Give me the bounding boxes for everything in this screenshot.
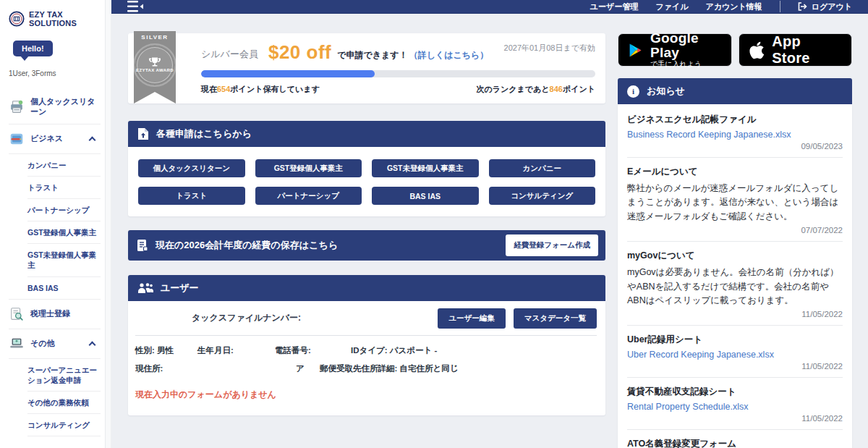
apply-button-partnership[interactable]: パートナーシップ	[255, 187, 362, 205]
sidebar-subitem-consulting[interactable]: コンサルティング	[0, 414, 105, 436]
trophy-icon	[148, 56, 162, 68]
news-list: ビジネスエクセル記帳ファイル Business Record Keeping J…	[618, 104, 852, 448]
hamburger-collapse-icon[interactable]	[127, 0, 145, 13]
sidebar-subitem-partnership[interactable]: パートナーシップ	[0, 199, 105, 221]
app-store-label: App Store	[772, 33, 842, 67]
topnav-logout[interactable]: ログアウト	[798, 1, 852, 12]
news-item-body: 弊社からのメールが迷惑メールフォルダに入ってしまうことがあります。返信が来ない、…	[627, 182, 843, 224]
google-play-badge[interactable]: Google Play で手に入れよう	[618, 33, 732, 67]
expense-document-icon	[137, 239, 148, 252]
google-play-text: Google Play で手に入れよう	[650, 31, 721, 69]
news-item-title: Uber記録用シート	[627, 334, 843, 346]
topnav-user-management[interactable]: ユーザー管理	[590, 1, 639, 12]
apply-button-gst-registered[interactable]: GST登録個人事業主	[255, 159, 362, 177]
divider	[135, 335, 597, 336]
google-play-icon	[628, 41, 643, 60]
sidebar-subitem-bas-ias[interactable]: BAS IAS	[0, 277, 105, 299]
apply-button-company[interactable]: カンパニー	[489, 159, 596, 177]
content: SILVER EZYTAX AWARD シルバー会員 $20 off で申請でき…	[111, 13, 868, 448]
apply-button-personal-tax[interactable]: 個人タックスリターン	[138, 159, 245, 177]
chevron-up-icon	[89, 136, 96, 143]
sidebar-item-tax-agent[interactable]: 税理士登録	[0, 300, 105, 329]
sidebar-item-others[interactable]: その他	[0, 329, 105, 358]
sidebar-subitem-superannuation[interactable]: スーパーアニュエーション返金申請	[0, 359, 105, 391]
progress-fill	[201, 70, 375, 77]
tfn-row: タックスファイルナンバー: ユーザー編集 マスタデータ一覧	[135, 301, 597, 335]
gender-field: 性別: 男性	[135, 345, 197, 356]
news-item-link[interactable]: Uber Record Keeping Japanese.xlsx	[627, 350, 843, 360]
sidebar-item-business[interactable]: ビジネス	[0, 124, 105, 153]
logout-icon	[798, 2, 807, 11]
tier-ribbon-label: SILVER	[134, 34, 176, 41]
sidebar-subitem-label: BAS IAS	[27, 283, 99, 293]
news-item: Eメールについて 弊社からのメールが迷惑メールフォルダに入ってしまうことがありま…	[627, 158, 843, 242]
user-stats: 1User, 3Forms	[0, 56, 105, 77]
news-title: お知らせ	[647, 85, 685, 98]
sidebar-item-label: 税理士登録	[30, 309, 98, 319]
laptop-icon	[9, 336, 25, 352]
sidebar-subitem-label: パートナーシップ	[27, 205, 99, 215]
sidebar-subitem-company[interactable]: カンパニー	[0, 154, 105, 176]
points-value: 654	[217, 85, 230, 93]
users-icon	[137, 282, 153, 294]
sidebar-item-personal-tax-return[interactable]: 個人タックスリターン	[0, 90, 105, 124]
expense-title: 現在の2026会計年度の経費の保存はこちら	[156, 239, 338, 252]
sidebar-subitem-gst-registered[interactable]: GST登録個人事業主	[0, 221, 105, 243]
document-magnifier-icon	[9, 306, 25, 322]
sidebar-subitem-label: カンパニー	[27, 160, 99, 170]
news-item-link[interactable]: Rental Property Schedule.xlsx	[627, 402, 843, 412]
news-item-date: 11/05/2022	[627, 362, 843, 371]
sidebar: EZY TAX SOLUTIONS Hello! 1User, 3Forms 個…	[0, 0, 106, 448]
google-play-label: Google Play	[650, 31, 721, 60]
main-area: ユーザー管理 ファイル アカウント情報 ログアウト	[111, 0, 868, 448]
sidebar-subitem-other-requests[interactable]: その他の業務依頼	[0, 392, 105, 413]
brand: EZY TAX SOLUTIONS	[0, 10, 105, 28]
sidebar-subitem-label: GST未登録個人事業主	[27, 250, 99, 270]
applications-title: 各種申請はこちらから	[156, 127, 252, 140]
brand-name: EZY TAX SOLUTIONS	[29, 10, 99, 28]
printer-icon	[9, 99, 25, 115]
medal: EZYTAX AWARD	[133, 43, 176, 87]
apply-button-bas-ias[interactable]: BAS IAS	[372, 187, 479, 205]
news-item-title: ビジネスエクセル記帳ファイル	[627, 114, 843, 126]
master-data-list-button[interactable]: マスタデータ一覧	[514, 308, 597, 329]
topnav-account-info[interactable]: アカウント情報	[705, 1, 762, 12]
user-detail-row-2: 現住所: ア 郵便受取先住所詳細: 自宅住所と同じ	[135, 363, 597, 374]
address-extra: ア	[296, 363, 320, 374]
news-item-title: Eメールについて	[627, 166, 843, 178]
apple-icon	[749, 41, 765, 60]
sidebar-subitem-gst-unregistered[interactable]: GST未登録個人事業主	[0, 244, 105, 276]
news-item-link[interactable]: Business Record Keeping Japanese.xlsx	[627, 130, 843, 140]
award-label: EZYTAX AWARD	[136, 68, 174, 73]
sidebar-scrollbar-gutter[interactable]	[106, 0, 111, 448]
news-item: myGovについて myGovは必要ありません。会社の名前（分かれば）やABNを…	[627, 242, 843, 326]
tfn-label: タックスファイルナンバー:	[192, 312, 301, 324]
left-column: SILVER EZYTAX AWARD シルバー会員 $20 off で申請でき…	[128, 33, 605, 448]
details-link[interactable]: （詳しくはこちら）	[409, 49, 489, 62]
news-item-title: 賃貸不動産収支記録シート	[627, 386, 843, 398]
apply-button-gst-unregistered[interactable]: GST未登録個人事業主	[372, 159, 479, 177]
dob-field: 生年月日:	[197, 345, 275, 356]
user-edit-button[interactable]: ユーザー編集	[438, 308, 506, 329]
expense-form-create-button[interactable]: 経費登録フォーム作成	[506, 234, 598, 256]
apply-button-trust[interactable]: トラスト	[138, 187, 245, 205]
brand-emblem-icon	[9, 11, 25, 27]
topnav-files[interactable]: ファイル	[655, 1, 688, 12]
applications-header: 各種申請はこちらから	[128, 121, 605, 147]
applications-section: 各種申請はこちらから 個人タックスリターン GST登録個人事業主 GST未登録個…	[128, 121, 605, 216]
topnav: ユーザー管理 ファイル アカウント情報 ログアウト	[590, 1, 852, 12]
sidebar-item-label: 個人タックスリターン	[30, 97, 98, 117]
briefcase-icon	[9, 131, 25, 147]
user-body: タックスファイルナンバー: ユーザー編集 マスタデータ一覧 性別: 男性 生年月…	[128, 301, 605, 415]
apply-button-consulting[interactable]: コンサルティング	[489, 187, 596, 205]
sidebar-subitem-trust[interactable]: トラスト	[0, 177, 105, 198]
app-store-badge[interactable]: App Store	[739, 33, 853, 67]
discount-suffix: で申請できます！	[337, 49, 407, 62]
news-header: i お知らせ	[618, 78, 852, 104]
tier-label: シルバー会員	[201, 48, 258, 61]
member-banner: SILVER EZYTAX AWARD シルバー会員 $20 off で申請でき…	[128, 33, 605, 103]
news-item: ATO名義登録変更フォーム ATO_Name_Change.pdf 11/05/…	[627, 430, 843, 448]
next-points-value: 846	[550, 85, 563, 93]
sidebar-item-label: その他	[30, 339, 84, 349]
sidebar-subitem-label: GST登録個人事業主	[27, 227, 99, 237]
